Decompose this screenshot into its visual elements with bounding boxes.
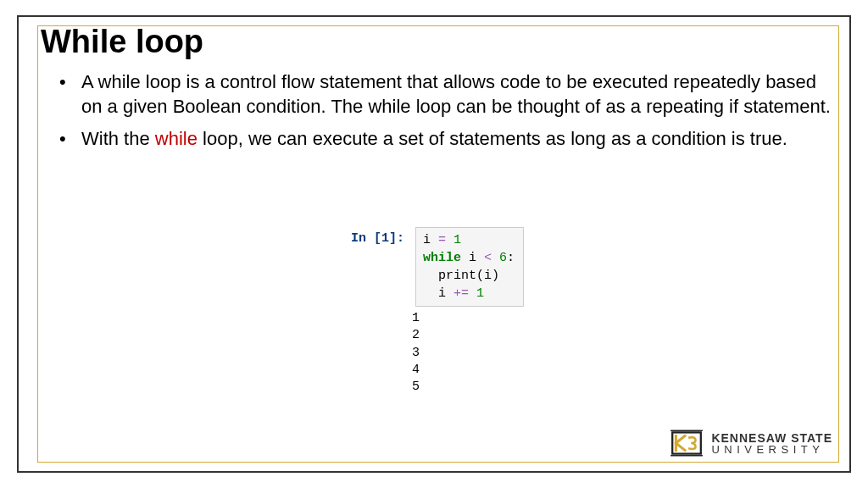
logo-text: KENNESAW STATE UNIVERSITY — [711, 432, 832, 455]
code-example: In [1]: i = 1while i < 6: print(i) i += … — [351, 227, 524, 396]
bullet-text-prefix: With the — [81, 128, 155, 149]
bullet-text: A while loop is a control flow statement… — [81, 71, 831, 117]
code-output: 1 2 3 4 5 — [412, 310, 524, 396]
code-block: i = 1while i < 6: print(i) i += 1 — [415, 227, 524, 307]
bullet-item: A while loop is a control flow statement… — [68, 70, 831, 119]
slide-title: While loop — [41, 24, 831, 60]
logo-line1: KENNESAW STATE — [711, 432, 832, 444]
university-logo: KENNESAW STATE UNIVERSITY — [669, 425, 832, 461]
bullet-text-suffix: loop, we can execute a set of statements… — [198, 128, 787, 149]
code-cell-label: In [1]: — [351, 227, 404, 246]
bullet-list: A while loop is a control flow statement… — [44, 70, 831, 152]
ksu-logo-icon — [669, 425, 704, 461]
logo-line2: UNIVERSITY — [711, 444, 832, 455]
bullet-keyword: while — [155, 128, 198, 149]
bullet-item: With the while loop, we can execute a se… — [68, 127, 831, 152]
slide-content: While loop A while loop is a control flo… — [44, 24, 831, 464]
